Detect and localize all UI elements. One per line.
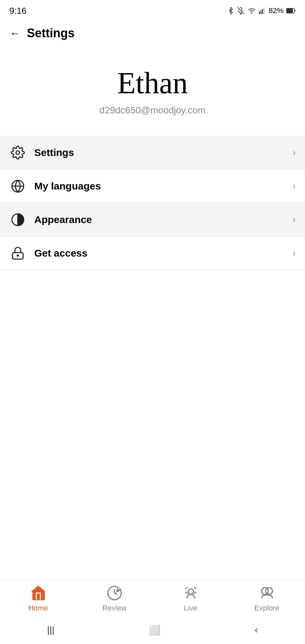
content-spacer [0,425,305,581]
battery-icon [286,8,296,14]
profile-name: Ethan [117,66,188,100]
menu-list: Settings › My languages › Appearance › [0,136,305,425]
svg-point-24 [266,588,272,594]
menu-item-appearance[interactable]: Appearance › [0,203,305,236]
nav-item-home[interactable]: Home [21,584,55,612]
review-label: Review [102,604,126,612]
menu-item-access[interactable]: Get access › [0,236,305,270]
back-button[interactable]: ← [9,27,20,40]
svg-rect-7 [264,8,265,14]
languages-icon [9,178,26,195]
status-icons: 82% [227,6,296,15]
home-icon [30,584,47,602]
svg-point-15 [17,255,18,256]
recent-apps-button[interactable]: ||| [47,625,54,635]
access-chevron: › [293,248,296,259]
languages-chevron: › [293,181,296,192]
appearance-chevron: › [293,214,296,225]
live-label: Live [184,604,197,612]
system-nav: ||| ⬜ ‹ [0,617,305,644]
back-system-button[interactable]: ‹ [255,625,258,635]
access-label: Get access [34,248,285,259]
svg-line-22 [185,592,187,594]
nav-item-review[interactable]: Review [98,584,131,612]
explore-icon [258,584,276,602]
bluetooth-icon [227,7,234,14]
svg-rect-6 [262,9,263,14]
svg-line-21 [194,592,196,594]
languages-label: My languages [34,180,285,192]
settings-label: Settings [34,147,285,158]
status-bar: 9:16 82% [0,0,305,20]
home-button[interactable]: ⬜ [149,625,161,636]
appearance-label: Appearance [34,214,285,225]
home-label: Home [28,604,48,612]
appearance-icon [9,211,26,228]
settings-chevron: › [293,147,296,158]
svg-point-18 [188,589,193,594]
bottom-nav: Home Review Live [0,580,305,617]
mute-icon [237,7,245,14]
profile-section: Ethan d29dc650@moodjoy.com [0,46,305,136]
access-icon [9,245,26,262]
live-icon [182,584,200,602]
nav-item-live[interactable]: Live [174,584,208,612]
nav-item-explore[interactable]: Explore [250,584,284,612]
review-icon [106,584,123,602]
battery-indicator: 82% [269,6,284,15]
header: ← Settings [0,20,305,46]
menu-item-languages[interactable]: My languages › [0,169,305,203]
explore-label: Explore [254,604,279,612]
svg-rect-9 [287,9,293,13]
wifi-icon [247,7,256,14]
signal-icon [259,7,266,14]
settings-icon [9,144,26,161]
svg-line-19 [194,587,196,589]
status-time: 9:16 [9,6,27,16]
profile-email: d29dc650@moodjoy.com [99,105,206,116]
svg-rect-4 [259,11,260,14]
svg-line-20 [185,587,187,589]
menu-item-settings[interactable]: Settings › [0,136,305,169]
svg-point-3 [251,13,252,13]
page-title: Settings [27,26,75,40]
svg-rect-5 [260,10,261,14]
svg-point-10 [16,151,20,154]
